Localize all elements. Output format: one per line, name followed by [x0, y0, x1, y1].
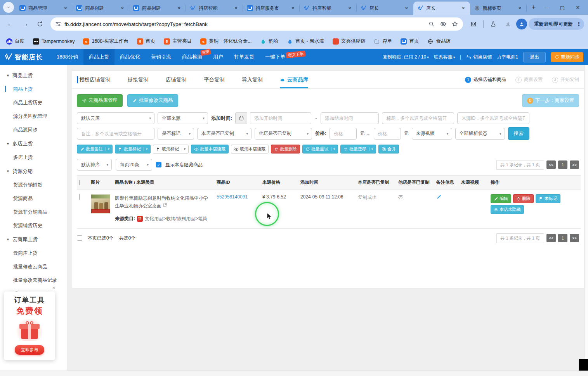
- edit-button[interactable]: 编辑: [491, 194, 511, 203]
- page-number-button[interactable]: 1: [558, 234, 567, 242]
- batch-mark-button[interactable]: 批量标记▾: [115, 145, 151, 154]
- tab-close-icon[interactable]: ✕: [176, 5, 182, 12]
- bookmark-item[interactable]: 韵哈: [260, 38, 278, 45]
- resync-button[interactable]: 重新同步: [551, 52, 583, 62]
- app-logo[interactable]: 智能店长: [5, 53, 43, 62]
- forward-button[interactable]: →: [19, 17, 32, 31]
- show-hidden-checkbox[interactable]: ✓: [156, 162, 161, 167]
- site-settings-icon[interactable]: [55, 21, 61, 27]
- minimize-icon[interactable]: –: [539, 5, 555, 10]
- nav-item-one-click-order[interactable]: 一键下单密文下单: [260, 49, 311, 65]
- tab-cloud-product-library[interactable]: 云商品库: [280, 71, 308, 88]
- bookmark-item[interactable]: 文兴供应链: [333, 38, 366, 45]
- unhide-button[interactable]: 取消本店隐藏: [231, 145, 269, 154]
- sidebar-item-source-products[interactable]: 货源商品: [0, 192, 67, 205]
- bookmark-item[interactable]: 8首页: [137, 38, 155, 45]
- page-size-select[interactable]: 每页20条▾: [116, 159, 152, 171]
- tab-platform-copy[interactable]: 平台复制: [204, 71, 225, 88]
- product-id-link[interactable]: 552956140091: [217, 194, 248, 200]
- title-filter-input[interactable]: [382, 112, 454, 124]
- bookmark-item[interactable]: 首页: [401, 38, 419, 45]
- logout-button[interactable]: 退出: [523, 52, 546, 62]
- bookmark-item[interactable]: 8主营类目: [164, 38, 192, 45]
- sidebar-group-multi-shop[interactable]: ▼多店上货: [0, 137, 67, 151]
- sidebar-group-distribution[interactable]: ▼货源分销: [0, 164, 67, 178]
- sidebar-item-source-sync[interactable]: 商品源同步: [0, 123, 67, 137]
- browser-tab[interactable]: 商品管理 ✕: [16, 2, 72, 15]
- source-select[interactable]: 全部来源▾: [158, 112, 208, 124]
- sidebar-item-distribution-shelf[interactable]: 货源分销铺货: [0, 178, 67, 192]
- browser-tab[interactable]: 新标签页 ✕: [470, 2, 526, 15]
- sidebar-item-multi-shop-upload[interactable]: 多店上货: [0, 151, 67, 164]
- promo-card[interactable]: × 订单工具 免费领 立即参与: [4, 291, 55, 360]
- chevron-down-icon[interactable]: ▾: [106, 147, 109, 151]
- price-min-input[interactable]: [330, 128, 357, 140]
- merge-button[interactable]: 合并: [378, 145, 399, 154]
- tab-link-copy[interactable]: 链接复制: [128, 71, 149, 88]
- tab-search-button[interactable]: [3, 2, 14, 13]
- nav-item-1688[interactable]: 1688分销: [51, 49, 83, 65]
- start-time-input[interactable]: [250, 112, 311, 124]
- source-video-select[interactable]: 来源视频▾: [412, 128, 452, 140]
- browser-tab[interactable]: 店长 ✕: [357, 2, 413, 15]
- bookmark-item[interactable]: Tampermonkey: [33, 38, 75, 45]
- calendar-icon[interactable]: [235, 112, 247, 124]
- vertical-scrollbar-track[interactable]: [585, 65, 588, 371]
- external-link-icon[interactable]: [163, 203, 167, 207]
- bookmark-item[interactable]: 食品店: [427, 38, 451, 45]
- next-page-button[interactable]: >>: [570, 234, 579, 242]
- tab-close-icon[interactable]: ✕: [517, 5, 523, 12]
- downloads-icon[interactable]: [501, 17, 515, 31]
- profile-avatar[interactable]: [516, 19, 527, 29]
- tab-import-copy[interactable]: 导入复制: [242, 71, 263, 88]
- tab-close-icon[interactable]: ✕: [119, 5, 126, 12]
- product-image[interactable]: [91, 194, 110, 214]
- browser-update-button[interactable]: 重新启动即可更新 ⋮: [529, 18, 584, 30]
- sort-select[interactable]: 默认排序▾: [77, 159, 112, 171]
- select-all-checkbox[interactable]: [79, 180, 80, 185]
- batch-delete-button[interactable]: 批量删除: [271, 145, 300, 154]
- close-icon[interactable]: ✕: [570, 5, 586, 10]
- cloud-library-manage-button[interactable]: 云商品库管理: [77, 94, 123, 107]
- sidebar-item-category-match[interactable]: 源分类匹配管理: [0, 110, 67, 123]
- nav-item-print-ship[interactable]: 打单发货: [229, 49, 260, 65]
- browser-tab[interactable]: 商品创建 ✕: [72, 2, 128, 15]
- batch-hide-button[interactable]: 批量本店隐藏: [191, 145, 229, 154]
- sidebar-item-cloud-upload[interactable]: 云商库上货: [0, 247, 67, 260]
- other-copied-select[interactable]: 他店是否已复制▾: [255, 128, 312, 140]
- prev-page-button[interactable]: <<: [546, 160, 556, 169]
- url-text[interactable]: fb.dddz.jiancent.com/move/batch/target?c…: [64, 21, 426, 27]
- next-step-button[interactable]: 0下一步：商家设置: [522, 94, 579, 107]
- source-id-filter-input[interactable]: [457, 112, 529, 124]
- delete-button[interactable]: 删除: [513, 194, 534, 203]
- browser-tab[interactable]: 抖店智能 ✕: [300, 2, 356, 15]
- new-tab-button[interactable]: +: [528, 2, 539, 13]
- labs-flask-icon[interactable]: [487, 17, 500, 31]
- extensions-icon[interactable]: [467, 17, 480, 31]
- bookmark-item[interactable]: α1688-买家工作台: [83, 38, 128, 45]
- browser-tab[interactable]: 商品创建 ✕: [129, 2, 186, 15]
- nav-item-product-optimize[interactable]: 商品优化: [114, 49, 146, 65]
- chevron-down-icon[interactable]: ▾: [331, 147, 335, 151]
- unmarked-button[interactable]: 未标记: [536, 194, 560, 203]
- sidebar-item-batch-edit-records[interactable]: 批量修改云商品记录: [0, 274, 67, 287]
- bookmark-item[interactable]: 首页 - 聚水潭: [287, 38, 324, 45]
- tab-close-icon[interactable]: ✕: [290, 5, 296, 12]
- tab-close-icon[interactable]: ✕: [346, 5, 353, 12]
- nav-item-product-check[interactable]: 商品检测检测: [177, 49, 208, 65]
- bookmark-item[interactable]: 存单: [374, 38, 392, 45]
- row-checkbox[interactable]: [79, 194, 80, 200]
- browser-tab[interactable]: 抖店智能 ✕: [186, 2, 242, 15]
- nav-item-marketing[interactable]: 营销引流: [146, 49, 177, 65]
- sidebar-group-cloud-upload[interactable]: ▼云商库上货: [0, 233, 67, 247]
- next-page-button[interactable]: >>: [570, 160, 579, 169]
- tab-close-icon[interactable]: ✕: [233, 5, 239, 12]
- prev-page-button[interactable]: <<: [546, 234, 556, 242]
- tab-authorized-shop-copy[interactable]: 授权店铺复制: [79, 71, 111, 88]
- promo-close-icon[interactable]: ×: [52, 285, 55, 291]
- chevron-down-icon[interactable]: ▾: [182, 147, 186, 151]
- bookmark-star-icon[interactable]: [449, 18, 461, 30]
- eye-off-icon[interactable]: [437, 18, 449, 30]
- browser-tab[interactable]: 抖店服务市 ✕: [243, 2, 299, 15]
- page-number-button[interactable]: 1: [558, 160, 567, 169]
